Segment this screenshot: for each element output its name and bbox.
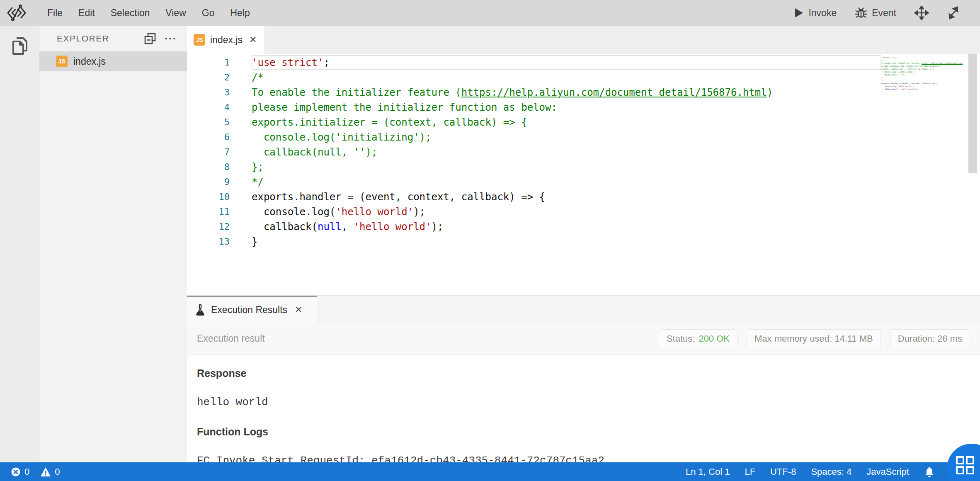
badge-label: Max memory used: 14.11 MB xyxy=(754,333,873,344)
status-item-spaces-4[interactable]: Spaces: 4 xyxy=(811,466,851,477)
execution-result-body: Responsehello worldFunction LogsFC Invok… xyxy=(187,355,980,462)
menu-item-help[interactable]: Help xyxy=(230,7,250,19)
code-line-8[interactable]: }; xyxy=(252,160,881,175)
line-number: 12 xyxy=(187,219,230,234)
error-icon xyxy=(11,467,21,477)
code-line-9[interactable]: */ xyxy=(252,175,881,189)
result-badge-0: Status:200 OK xyxy=(659,329,737,348)
minimap-line: exports.handler = (event, context, callb… xyxy=(881,82,963,85)
code-line-1[interactable]: 'use strict'; xyxy=(252,55,881,70)
tab-label: index.js xyxy=(210,34,243,46)
code-editor[interactable]: 12345678910111213 'use strict';/*To enab… xyxy=(187,54,980,295)
line-number: 7 xyxy=(187,145,230,160)
warning-count: 0 xyxy=(55,466,60,477)
code-line-3[interactable]: To enable the initializer feature (https… xyxy=(252,85,881,100)
code-line-7[interactable]: callback(null, ''); xyxy=(252,145,881,160)
line-number: 6 xyxy=(187,130,230,145)
close-icon[interactable]: ✕ xyxy=(295,304,302,315)
minimap-line: console.log('hello world'); xyxy=(881,85,963,88)
panel-tab-bar: Execution Results ✕ xyxy=(187,295,980,323)
minimap-line: /* xyxy=(881,59,963,62)
menu-item-view[interactable]: View xyxy=(165,7,186,19)
status-bar-right: Ln 1, Col 1LFUTF-8Spaces: 4JavaScript xyxy=(686,466,956,478)
code-line-10[interactable]: exports.handler = (event, context, callb… xyxy=(252,189,881,204)
minimap-line: callback(null, ''); xyxy=(881,73,963,76)
menu-item-go[interactable]: Go xyxy=(202,7,215,19)
minimap-line: console.log('initializing'); xyxy=(881,70,963,73)
close-icon[interactable]: ✕ xyxy=(249,34,257,45)
section-heading: Function Logs xyxy=(197,426,970,438)
menu-item-selection[interactable]: Selection xyxy=(111,7,150,19)
problems-status[interactable]: 0 0 xyxy=(11,466,60,477)
move-icon[interactable] xyxy=(915,6,929,20)
section-heading: Response xyxy=(197,367,970,379)
flask-icon xyxy=(195,304,205,316)
file-name: index.js xyxy=(73,56,106,67)
code-line-5[interactable]: exports.initializer = (context, callback… xyxy=(252,115,881,130)
code-line-2[interactable]: /* xyxy=(252,70,881,85)
line-number: 3 xyxy=(187,85,230,100)
tab-execution-results[interactable]: Execution Results ✕ xyxy=(187,296,317,323)
scrollbar-thumb[interactable] xyxy=(968,54,977,173)
error-count: 0 xyxy=(24,466,29,477)
tab-index-js[interactable]: JS index.js ✕ xyxy=(187,26,265,54)
editor-tab-bar: JS index.js ✕ xyxy=(187,26,980,54)
explorer-header: EXPLORER ··· xyxy=(39,26,187,51)
panel-tab-label: Execution Results xyxy=(211,304,287,316)
file-item-index-js[interactable]: JSindex.js xyxy=(39,51,187,71)
menu-item-edit[interactable]: Edit xyxy=(78,7,95,19)
status-item-lf[interactable]: LF xyxy=(745,466,755,477)
code-line-11[interactable]: console.log('hello world'); xyxy=(252,204,881,219)
warning-icon xyxy=(40,467,51,477)
status-item-javascript[interactable]: JavaScript xyxy=(866,466,909,477)
bug-icon xyxy=(855,7,867,19)
bell-icon[interactable] xyxy=(924,466,935,478)
minimap[interactable]: 'use strict';/*To enable the initializer… xyxy=(881,54,963,295)
line-number: 1 xyxy=(187,55,230,70)
section-body: FC Invoke Start RequestId: efa1612d-cb43… xyxy=(197,454,970,462)
invoke-button[interactable]: Invoke xyxy=(794,7,837,19)
minimap-line: */ xyxy=(881,79,963,82)
code-line-4[interactable]: please implement the initializer functio… xyxy=(252,100,881,115)
line-number-gutter: 12345678910111213 xyxy=(187,54,248,295)
explorer-sidebar: EXPLORER ··· JSindex.js xyxy=(39,26,187,462)
minimap-line: To enable the initializer feature (https… xyxy=(881,62,963,65)
code-line-12[interactable]: callback(null, 'hello world'); xyxy=(252,219,881,234)
line-number: 13 xyxy=(187,234,230,249)
editor-content: JS index.js ✕ 12345678910111213 'use str… xyxy=(187,26,980,462)
collapse-all-icon xyxy=(144,32,156,45)
code-line-13[interactable]: } xyxy=(252,234,881,249)
expand-icon[interactable] xyxy=(947,6,960,19)
event-button[interactable]: Event xyxy=(855,7,896,19)
minimap-line: exports.initializer = (context, callback… xyxy=(881,68,963,70)
editor-scrollbar[interactable] xyxy=(963,54,980,295)
status-bar: 0 0 Ln 1, Col 1LFUTF-8Spaces: 4JavaScrip… xyxy=(0,462,980,481)
status-item-ln-1-col-1[interactable]: Ln 1, Col 1 xyxy=(686,466,730,477)
minimap-line: 'use strict'; xyxy=(881,56,963,59)
collapse-all-button[interactable] xyxy=(144,32,156,45)
app-logo-icon xyxy=(7,3,27,22)
code-lines[interactable]: 'use strict';/*To enable the initializer… xyxy=(248,54,881,295)
event-label: Event xyxy=(872,7,896,19)
main-area: EXPLORER ··· JSindex.js JS index.js xyxy=(0,26,980,462)
code-line-6[interactable]: console.log('initializing'); xyxy=(252,130,881,145)
line-number: 5 xyxy=(187,115,230,130)
badge-value: 200 OK xyxy=(699,333,730,344)
result-badge-2: Duration: 26 ms xyxy=(890,329,970,348)
js-file-icon: JS xyxy=(56,56,68,67)
status-item-utf-8[interactable]: UTF-8 xyxy=(770,466,796,477)
play-icon xyxy=(794,7,804,18)
result-badges: Status:200 OKMax memory used: 14.11 MBDu… xyxy=(659,329,970,348)
line-number: 4 xyxy=(187,100,230,115)
badge-label: Duration: 26 ms xyxy=(898,333,962,344)
menu-item-file[interactable]: File xyxy=(47,7,63,19)
more-actions-button[interactable]: ··· xyxy=(165,32,177,45)
result-badge-1: Max memory used: 14.11 MB xyxy=(747,329,881,348)
grid-icon xyxy=(956,456,975,475)
minimap-line: callback(null, 'hello world'); xyxy=(881,88,963,91)
menu-items: FileEditSelectionViewGoHelp xyxy=(47,7,250,19)
activity-bar xyxy=(0,26,39,462)
files-icon[interactable] xyxy=(10,36,29,56)
line-number: 11 xyxy=(187,204,230,219)
execution-results-panel: Execution Results ✕ Execution result Sta… xyxy=(187,295,980,462)
